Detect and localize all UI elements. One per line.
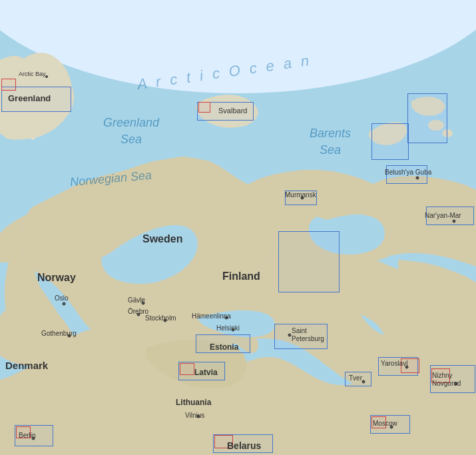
- stockholm-dot: [164, 319, 167, 322]
- vilnius-dot: [197, 415, 200, 418]
- nizhny-dot: [455, 382, 458, 386]
- svg-point-4: [170, 306, 183, 315]
- svg-point-2: [428, 120, 444, 131]
- moscow-dot: [390, 426, 393, 429]
- map-svg: [0, 0, 476, 455]
- oslo-dot: [63, 302, 66, 306]
- saint-pete-dot: [288, 334, 292, 337]
- arctic-bay-dot: [45, 75, 48, 78]
- naryan-dot: [453, 220, 456, 223]
- svg-point-3: [442, 129, 453, 137]
- map-container: A r c t i c O c e a n GreenlandSea Norwe…: [0, 0, 476, 455]
- svg-point-5: [160, 310, 170, 318]
- gavle-dot: [142, 302, 145, 305]
- murmansk-dot: [301, 197, 304, 200]
- yaroslavl-dot: [405, 366, 409, 369]
- gothenburg-dot: [68, 334, 71, 338]
- tver-dot: [362, 380, 365, 384]
- belushya-dot: [416, 177, 419, 180]
- helsinki-dot: [232, 328, 235, 332]
- berlin-dot: [32, 437, 35, 440]
- hameenlinna-dot: [225, 316, 228, 320]
- orebro-dot: [137, 313, 140, 316]
